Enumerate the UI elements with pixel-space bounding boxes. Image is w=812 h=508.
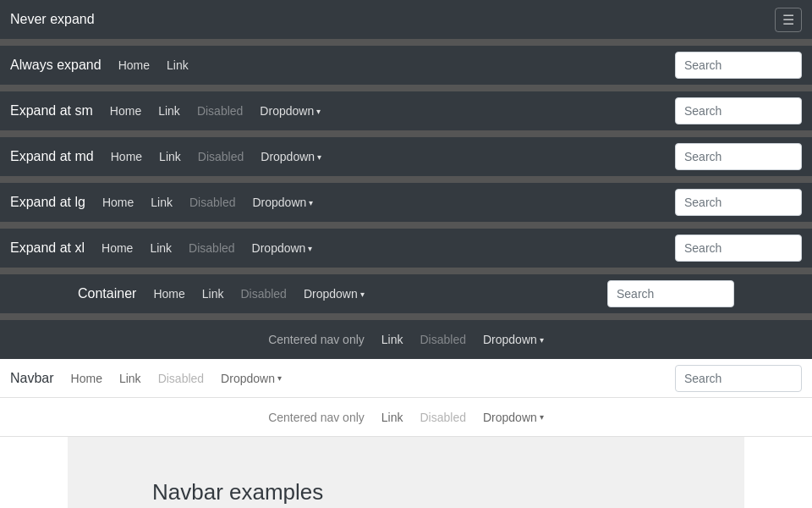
nav-link-disabled-xl: Disabled xyxy=(182,238,241,258)
navbar-expand-sm: Expand at sm Home Link Disabled Dropdown xyxy=(0,91,812,130)
nav-link-link-always[interactable]: Link xyxy=(160,55,195,75)
nav-link-disabled-centered-dark: Disabled xyxy=(414,329,473,350)
navbar-brand-xl: Expand at xl xyxy=(10,240,85,256)
nav-link-dropdown-centered-white[interactable]: Dropdown xyxy=(476,407,551,428)
nav-link-disabled-lg: Disabled xyxy=(183,192,242,213)
navbar-white: Navbar Home Link Disabled Dropdown xyxy=(0,359,812,398)
divider-4 xyxy=(0,176,812,183)
nav-link-disabled-centered-white: Disabled xyxy=(414,407,473,428)
search-input-sm[interactable] xyxy=(675,97,802,124)
nav-link-link-xl[interactable]: Link xyxy=(143,238,178,258)
content-title: Navbar examples xyxy=(152,479,660,505)
divider-5 xyxy=(0,222,812,229)
nav-link-link-white[interactable]: Link xyxy=(112,368,148,389)
nav-link-home-md[interactable]: Home xyxy=(104,146,149,167)
navbar-brand-always: Always expand xyxy=(10,58,102,73)
navbar-expand-lg: Expand at lg Home Link Disabled Dropdown xyxy=(0,183,812,222)
nav-links-centered-dark: Centered nav only Link Disabled Dropdown xyxy=(10,329,802,350)
nav-link-dropdown-centered-dark[interactable]: Dropdown xyxy=(476,329,551,350)
nav-link-dropdown-sm[interactable]: Dropdown xyxy=(253,101,327,121)
nav-links-xl: Home Link Disabled Dropdown xyxy=(95,238,675,258)
navbar-never-expand: Never expand ☰ xyxy=(0,0,812,39)
navbar-centered-white: Centered nav only Link Disabled Dropdown xyxy=(0,398,812,437)
nav-link-home-sm[interactable]: Home xyxy=(103,101,148,121)
search-input-lg[interactable] xyxy=(675,189,802,216)
nav-link-link-centered-dark[interactable]: Link xyxy=(375,329,410,350)
search-input-white[interactable] xyxy=(675,365,802,392)
navbar-brand-never: Never expand xyxy=(10,12,95,27)
nav-link-disabled-md: Disabled xyxy=(191,146,250,167)
navbar-expand-md: Expand at md Home Link Disabled Dropdown xyxy=(0,137,812,176)
divider-3 xyxy=(0,130,812,137)
nav-links-md: Home Link Disabled Dropdown xyxy=(104,146,675,167)
nav-link-disabled-sm: Disabled xyxy=(190,101,250,121)
nav-link-link-container[interactable]: Link xyxy=(195,284,231,304)
navbar-container-wrapper: Container Home Link Disabled Dropdown xyxy=(0,274,812,313)
white-section: Navbar Home Link Disabled Dropdown Cente… xyxy=(0,359,812,508)
divider-6 xyxy=(0,268,812,274)
navbar-brand-lg: Expand at lg xyxy=(10,195,85,210)
search-input-always[interactable] xyxy=(675,52,802,79)
nav-links-centered-white: Centered nav only Link Disabled Dropdown xyxy=(10,407,802,428)
centered-label-white: Centered nav only xyxy=(261,407,371,428)
search-input-xl[interactable] xyxy=(675,235,802,262)
nav-link-dropdown-white[interactable]: Dropdown xyxy=(214,368,288,389)
nav-link-disabled-white: Disabled xyxy=(151,368,211,389)
navbar-brand-md: Expand at md xyxy=(10,149,94,164)
nav-link-link-lg[interactable]: Link xyxy=(144,192,179,213)
nav-link-home-always[interactable]: Home xyxy=(112,55,156,75)
nav-links-container: Home Link Disabled Dropdown xyxy=(146,284,607,304)
nav-link-home-container[interactable]: Home xyxy=(146,284,191,304)
centered-label-dark: Centered nav only xyxy=(261,329,371,350)
navbar-expand-xl: Expand at xl Home Link Disabled Dropdown xyxy=(0,229,812,268)
nav-link-dropdown-xl[interactable]: Dropdown xyxy=(245,238,320,258)
navbar-toggler-never[interactable]: ☰ xyxy=(775,8,802,32)
search-input-container[interactable] xyxy=(607,280,734,307)
nav-link-link-sm[interactable]: Link xyxy=(151,101,187,121)
divider-7 xyxy=(0,313,812,320)
nav-links-always: Home Link xyxy=(112,55,675,75)
nav-links-white: Home Link Disabled Dropdown xyxy=(64,368,675,389)
nav-link-disabled-container: Disabled xyxy=(233,284,293,304)
navbar-brand-sm: Expand at sm xyxy=(10,103,93,119)
nav-link-link-md[interactable]: Link xyxy=(152,146,188,167)
nav-link-home-xl[interactable]: Home xyxy=(95,238,140,258)
navbar-container: Container Home Link Disabled Dropdown xyxy=(68,274,744,313)
divider-1 xyxy=(0,39,812,46)
nav-link-home-lg[interactable]: Home xyxy=(96,192,140,213)
nav-link-dropdown-md[interactable]: Dropdown xyxy=(254,146,328,167)
hamburger-icon: ☰ xyxy=(782,13,794,27)
content-area: Navbar examples This example is a quick … xyxy=(68,437,744,508)
navbar-brand-container: Container xyxy=(78,286,136,301)
navbar-always-expand: Always expand Home Link xyxy=(0,46,812,85)
divider-2 xyxy=(0,85,812,91)
nav-link-link-centered-white[interactable]: Link xyxy=(375,407,410,428)
navbar-centered-dark: Centered nav only Link Disabled Dropdown xyxy=(0,320,812,359)
nav-link-dropdown-container[interactable]: Dropdown xyxy=(297,284,371,304)
nav-links-lg: Home Link Disabled Dropdown xyxy=(96,192,675,213)
navbar-brand-white: Navbar xyxy=(10,371,54,386)
nav-link-dropdown-lg[interactable]: Dropdown xyxy=(245,192,320,213)
search-input-md[interactable] xyxy=(675,143,802,170)
nav-link-home-white[interactable]: Home xyxy=(64,368,109,389)
nav-links-sm: Home Link Disabled Dropdown xyxy=(103,101,675,121)
